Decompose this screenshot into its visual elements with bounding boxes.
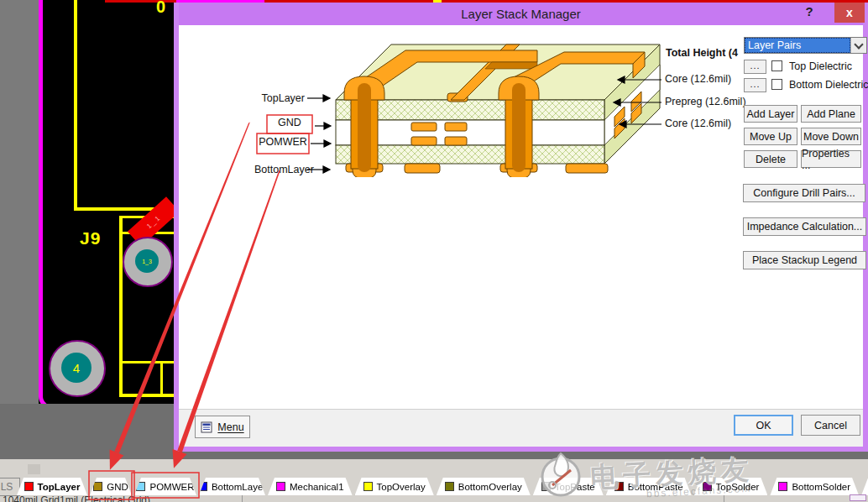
status-minibox [850,494,866,501]
layer-tab-label: BottomLayer [212,482,266,492]
layer-tab-label: GND [107,482,128,492]
layer-color-swatch [541,482,551,491]
status-text: 1040mil Grid1mil (Electrical Grid) [3,495,716,502]
dialog-titlebar[interactable]: Layer Stack Manager ? x [179,3,863,25]
layer-tab-label: TopPaste [555,482,595,492]
stack-label-power: POMWER [257,136,309,148]
layer-tab-label: BottomSolder [792,482,850,492]
layer-tab-label: Mechanical1 [290,482,344,492]
pcb-footprint-line [119,216,123,397]
layer-color-swatch [778,482,787,491]
layer-tab-label: TopOverlay [377,482,426,492]
layer-tab-label: BottomOverlay [458,482,522,492]
total-height-label: Total Height (4 [666,47,738,59]
configure-drill-pairs-button[interactable]: Configure Drill Pairs... [743,184,865,202]
pcb-silkscreen-line [74,0,77,211]
dialog-footer: Menu OK Cancel [179,409,863,447]
via-label: 1_1 [145,213,162,230]
prepreg-label: Prepreg (12.6mil) [665,96,746,107]
stack-label-toplayer: TopLayer [254,92,305,104]
pcb-pad-hole: 1_3 [135,249,159,273]
layer-stack-manager-dialog: Layer Stack Manager ? x [174,3,868,452]
top-dielectric-checkbox[interactable] [771,60,782,71]
bottom-dielectric-ellipsis-button[interactable]: ... [744,78,766,92]
layer-tab-label: TopLayer [38,482,81,492]
layer-tab-topsolder[interactable]: TopSolder [694,478,768,495]
layer-color-swatch [24,482,34,491]
menu-icon [201,421,212,433]
stack-label-gnd: GND [267,117,312,128]
menu-label: Menu [217,421,243,433]
add-plane-button[interactable]: Add Plane [801,105,861,123]
pcb-pad[interactable]: 4 [49,340,106,397]
pcb-footprint-line [119,394,175,397]
layer-pairs-dropdown[interactable]: Layer Pairs [744,37,867,54]
delete-button[interactable]: Delete [744,150,797,168]
layer-color-swatch [703,482,712,491]
layer-tab-toplayer[interactable]: TopLayer [17,478,87,495]
top-dielectric-ellipsis-button[interactable]: ... [744,60,766,74]
screen: 0 J9 1_1 1_3 4 Layer Stack Manager ? x [0,0,868,502]
layer-stack-diagram [327,33,663,177]
layer-color-swatch [198,482,207,491]
top-dielectric-label: Top Dielectric [789,60,852,72]
bottom-dielectric-checkbox[interactable] [771,79,782,90]
cancel-button[interactable]: Cancel [801,415,860,436]
layer-tab-mechanical1[interactable]: Mechanical1 [268,478,353,495]
layer-tab-bottomsolder[interactable]: BottomSolder [770,478,859,495]
move-down-button[interactable]: Move Down [801,128,861,145]
pcb-pad-hole: 4 [61,353,92,383]
layer-tab-bottompaste[interactable]: BottomPaste [606,478,692,495]
pcb-footprint-line [119,361,175,363]
bottom-dielectric-label: Bottom Dielectric [789,79,868,91]
layer-color-swatch [614,482,624,491]
status-divider [242,495,243,502]
layer-tab-gnd[interactable]: GND [90,478,132,495]
layer-color-swatch [136,482,145,491]
pcb-designator: J9 [80,228,101,248]
layer-tab-bottomlayer[interactable]: BottomLayer [199,478,265,495]
pcb-origin-marker: 0 [156,0,166,17]
pcb-panel-strip [0,0,39,459]
dialog-title: Layer Stack Manager [461,7,581,21]
layer-color-swatch [93,482,102,491]
layer-color-swatch [445,482,454,491]
layer-color-swatch [276,482,285,491]
chevron-down-icon[interactable] [850,38,866,53]
status-divider [724,495,724,502]
pcb-pad[interactable]: 1_3 [123,237,173,287]
dropdown-value: Layer Pairs [745,38,850,53]
menu-button[interactable]: Menu [195,416,250,438]
impedance-calculation-button[interactable]: Impedance Calculation... [743,217,866,236]
ok-button[interactable]: OK [734,415,793,436]
layer-tab-label: POMWER [149,482,194,492]
layer-color-swatch [363,482,373,491]
properties-button[interactable]: Properties ... [801,150,861,168]
stack-label-bottomlayer: BottomLayer [254,164,305,175]
pcb-footprint-line [160,361,163,397]
core-bottom-label: Core (12.6mil) [665,118,731,129]
layer-tab-strip: TopLayer GND POMWER BottomLayer Mechanic… [17,478,868,495]
help-icon[interactable]: ? [802,4,817,21]
layer-tab-toppaste[interactable]: TopPaste [533,478,604,495]
layer-tab-label: TopSolder [716,482,760,492]
statusbar-square [28,464,40,474]
layer-tab-power[interactable]: POMWER [134,478,196,495]
add-layer-button[interactable]: Add Layer [744,105,797,123]
layer-tab-label: BottomPaste [628,482,683,492]
move-up-button[interactable]: Move Up [744,128,797,145]
layer-tab-bottomoverlay[interactable]: BottomOverlay [437,478,531,495]
close-icon[interactable]: x [834,3,865,23]
core-top-label: Core (12.6mil) [665,73,731,85]
layer-tab-topoverlay[interactable]: TopOverlay [355,478,434,495]
dialog-client-area: TopLayer GND POMWER BottomLayer Total He… [179,25,863,410]
place-stackup-legend-button[interactable]: Place Stackup Legend [743,251,866,269]
layer-tab-drillguide[interactable]: DrillGuide [861,478,868,495]
